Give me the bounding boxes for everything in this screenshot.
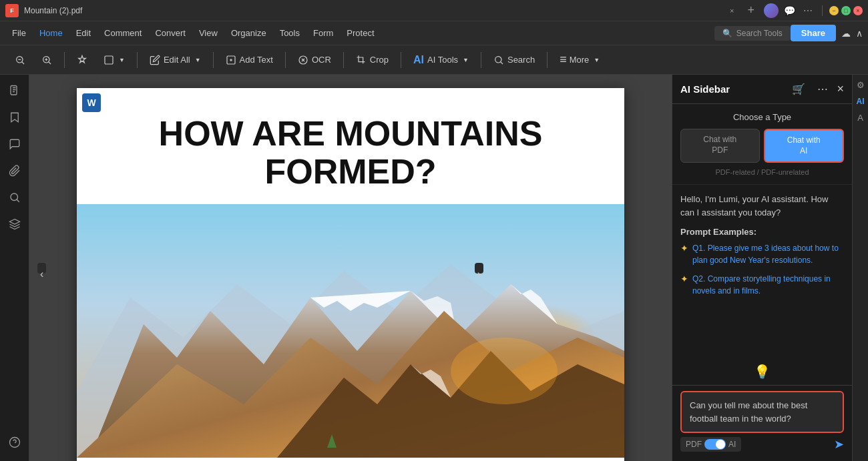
- menu-comment[interactable]: Comment: [97, 25, 148, 41]
- highlight-button[interactable]: [70, 51, 94, 69]
- close-window-button[interactable]: ×: [853, 6, 863, 15]
- separator-1: [64, 52, 65, 68]
- maximize-button[interactable]: □: [841, 6, 851, 15]
- separator-4: [285, 52, 286, 68]
- sidebar-item-bookmarks[interactable]: [4, 107, 25, 128]
- translate-icon[interactable]: A: [857, 113, 863, 123]
- chat-with-pdf-button[interactable]: Chat with PDF: [680, 129, 760, 163]
- menu-organize[interactable]: Organize: [224, 25, 273, 41]
- svg-point-12: [495, 56, 501, 62]
- ai-options-icon[interactable]: ⋯: [814, 81, 831, 97]
- menu-protect[interactable]: Protect: [340, 25, 381, 41]
- add-text-label: Add Text: [240, 55, 273, 65]
- more-button[interactable]: ≡ More ▼: [553, 49, 606, 70]
- menu-tools[interactable]: Tools: [273, 25, 306, 41]
- menu-form[interactable]: Form: [306, 25, 340, 41]
- toggle-switch[interactable]: [704, 439, 726, 450]
- attachment-icon: [9, 165, 21, 177]
- prompt-text-2[interactable]: Q2. Compare storytelling techniques in n…: [692, 273, 844, 297]
- pdf-page: W HOW ARE MOUNTAINS FORMED?: [77, 88, 624, 461]
- menu-convert[interactable]: Convert: [148, 25, 192, 41]
- menu-view[interactable]: View: [192, 25, 224, 41]
- pdf-toggle-label[interactable]: PDF AI: [680, 437, 741, 452]
- ai-tools-icon: AI: [413, 54, 424, 66]
- separator-3: [213, 52, 214, 68]
- pdf-document-title: HOW ARE MOUNTAINS FORMED?: [77, 88, 624, 204]
- ai-tools-button[interactable]: AI AI Tools ▼: [407, 51, 475, 69]
- ai-close-button[interactable]: ×: [837, 82, 844, 96]
- prompt-section: Prompt Examples: ✦ Q1. Please give me 3 …: [680, 227, 844, 304]
- svg-rect-14: [11, 86, 17, 95]
- sidebar-item-comments[interactable]: [4, 133, 25, 155]
- search-tools-input[interactable]: 🔍 Search Tools: [714, 26, 791, 41]
- prompt-item-1: ✦ Q1. Please give me 3 ideas about how t…: [680, 242, 844, 266]
- cart-icon[interactable]: 🛒: [789, 81, 809, 97]
- type-subtitle: PDF-related / PDF-unrelated: [680, 168, 844, 176]
- svg-point-18: [9, 438, 19, 448]
- pdf-viewer[interactable]: W HOW ARE MOUNTAINS FORMED?: [29, 75, 672, 461]
- ai-sidebar: AI Sidebar 🛒 ⋯ × Choose a Type Chat with…: [672, 75, 852, 461]
- highlight-icon: [77, 55, 87, 65]
- search-tools-icon: 🔍: [722, 29, 732, 38]
- ocr-button[interactable]: OCR: [291, 51, 338, 69]
- prompt-item-2: ✦ Q2. Compare storytelling techniques in…: [680, 273, 844, 297]
- chat-input[interactable]: Can you tell me about the best football …: [680, 391, 844, 433]
- chevron-up-icon[interactable]: ∧: [856, 28, 863, 39]
- zoom-in-button[interactable]: [35, 51, 59, 69]
- separator-7: [481, 52, 481, 68]
- zoom-out-icon: [15, 55, 25, 65]
- search-sidebar-icon: [9, 191, 21, 203]
- input-area: Can you tell me about the best football …: [672, 385, 852, 461]
- menu-edit[interactable]: Edit: [69, 25, 97, 41]
- svg-rect-7: [105, 56, 113, 64]
- sidebar-item-attachments[interactable]: [4, 160, 25, 181]
- separator-5: [343, 52, 344, 68]
- edit-all-button[interactable]: Edit All ▼: [143, 51, 208, 69]
- main-content: W HOW ARE MOUNTAINS FORMED?: [0, 75, 868, 461]
- nav-prev-button[interactable]: ‹: [37, 263, 46, 274]
- menu-home[interactable]: Home: [33, 25, 69, 41]
- settings-icon[interactable]: ⚙: [857, 80, 865, 90]
- cloud-icon[interactable]: ☁: [841, 28, 851, 39]
- comment-icon: [9, 138, 21, 150]
- right-panel-strip: ⚙ AI A: [852, 75, 868, 461]
- share-button[interactable]: Share: [791, 25, 836, 41]
- pdf-label: PDF: [686, 440, 702, 449]
- shape-button[interactable]: ▼: [97, 51, 132, 69]
- help-icon: [9, 436, 21, 448]
- tab-filename: Mountain (2).pdf: [24, 6, 720, 15]
- prompt-text-1[interactable]: Q1. Please give me 3 ideas about how to …: [692, 242, 844, 266]
- sidebar-item-layers[interactable]: [4, 213, 25, 235]
- search-tools-label: Search Tools: [736, 29, 783, 38]
- menu-file[interactable]: File: [5, 25, 33, 41]
- nav-next-button[interactable]: ›: [475, 263, 483, 274]
- add-tab-button[interactable]: +: [743, 3, 758, 17]
- add-text-icon: [226, 55, 236, 65]
- more-options-icon[interactable]: ⋯: [801, 5, 815, 16]
- svg-line-1: [22, 61, 24, 63]
- ai-right-icon[interactable]: AI: [857, 97, 865, 106]
- more-label: More: [570, 55, 590, 65]
- chat-icon[interactable]: 💬: [781, 5, 798, 16]
- zoom-out-button[interactable]: [8, 51, 32, 69]
- svg-line-16: [17, 199, 19, 202]
- sidebar-item-search[interactable]: [4, 187, 25, 208]
- search-button[interactable]: Search: [487, 51, 541, 69]
- separator-6: [401, 52, 401, 68]
- more-icon: ≡: [560, 53, 566, 67]
- sidebar-item-help[interactable]: [4, 432, 25, 453]
- minimize-button[interactable]: −: [829, 6, 839, 15]
- pdf-mountain-image: [77, 204, 624, 458]
- sidebar-item-pages[interactable]: [4, 80, 25, 101]
- bookmark-icon: [9, 111, 21, 123]
- send-button[interactable]: ➤: [834, 437, 844, 452]
- choose-type-label: Choose a Type: [680, 112, 844, 122]
- add-text-button[interactable]: Add Text: [219, 51, 280, 69]
- pdf-toggle[interactable]: [704, 439, 726, 450]
- prompt-title: Prompt Examples:: [680, 227, 844, 237]
- crop-button[interactable]: Crop: [349, 51, 395, 69]
- svg-line-4: [49, 61, 51, 63]
- more-arrow: ▼: [594, 57, 600, 63]
- chat-with-ai-button[interactable]: Chat with AI: [764, 129, 845, 163]
- close-tab-button[interactable]: ×: [726, 5, 738, 16]
